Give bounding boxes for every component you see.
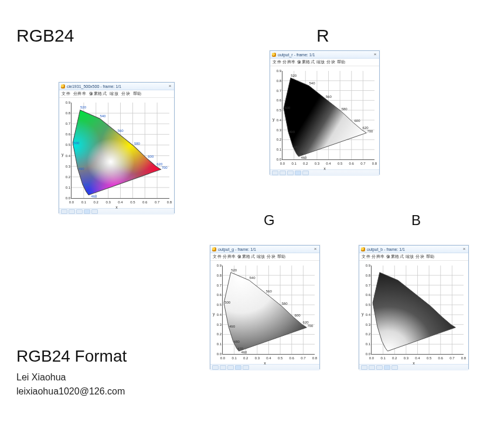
wl-500: 500 (73, 141, 79, 145)
wl-560: 560 (117, 129, 123, 132)
menu-block[interactable]: 分块 (326, 60, 335, 64)
ytick: 0.8 (274, 79, 281, 83)
menu-pixfmt[interactable]: 像素格式 (386, 254, 404, 258)
ytick: 0.8 (214, 274, 222, 277)
status-chip[interactable] (69, 209, 75, 214)
app-icon (361, 247, 365, 251)
titlebar[interactable]: output_r - frame: 1/1 × (270, 51, 379, 59)
status-chip[interactable] (220, 365, 226, 370)
ytick: 0.3 (63, 165, 70, 168)
status-chip[interactable] (91, 209, 98, 214)
cie-plot-color: 460 470 480 490 500 520 540 560 580 600 … (62, 100, 172, 208)
menu-pixfmt[interactable]: 像素格式 (237, 254, 255, 258)
status-chip[interactable] (280, 171, 286, 175)
ytick: 0.9 (274, 69, 281, 73)
ytick: 0.0 (274, 158, 281, 161)
window-b-channel: output_b - frame: 1/1× 文件 分辨率 像素格式 缩放 分块… (359, 245, 469, 369)
label-r: R (316, 26, 329, 46)
ytick: 0.9 (363, 264, 370, 267)
xtick: 0.3 (105, 200, 110, 204)
menubar[interactable]: 文件 分辨率 像素格式 缩放 分块 帮助 (359, 253, 468, 261)
menu-res[interactable]: 分辨率 (223, 254, 236, 258)
menu-file[interactable]: 文件 (362, 254, 370, 258)
status-chip[interactable] (272, 171, 278, 175)
xtick: 0.2 (243, 356, 248, 360)
xtick: 0.3 (404, 356, 408, 360)
xtick: 0.6 (290, 356, 294, 360)
wl: 480 (294, 145, 299, 149)
wl: 540 (250, 276, 256, 280)
xtick: 0.4 (415, 356, 420, 360)
titlebar[interactable]: output_g - frame: 1/1× (210, 246, 319, 253)
wl: 470 (297, 152, 303, 156)
status-chip[interactable] (384, 365, 390, 370)
close-icon[interactable]: × (373, 52, 377, 57)
menu-res[interactable]: 分辨率 (372, 254, 385, 258)
status-chip[interactable] (287, 171, 294, 175)
status-chip[interactable] (361, 365, 367, 370)
menu-zoom[interactable]: 缩放 (110, 91, 118, 96)
close-icon[interactable]: × (168, 84, 172, 89)
status-chip[interactable] (61, 209, 67, 214)
menubar[interactable]: 文件 分辨率 像素格式 缩放 分块 帮助 (270, 59, 379, 66)
menu-block[interactable]: 分块 (267, 254, 275, 258)
status-chip[interactable] (227, 365, 234, 370)
menu-file[interactable]: 文件 (273, 60, 281, 64)
status-chip[interactable] (369, 365, 375, 370)
xtick: 0.2 (392, 356, 397, 360)
status-chip[interactable] (376, 365, 383, 370)
xtick: 0.6 (438, 356, 443, 360)
ytick: 0.5 (274, 108, 281, 112)
ytick: 0.4 (274, 118, 281, 122)
status-chip[interactable] (243, 365, 249, 370)
x-axis-label: x (115, 205, 118, 209)
status-chip[interactable] (76, 209, 83, 214)
wl: 600 (294, 314, 300, 317)
ytick: 0.7 (274, 89, 281, 93)
window-title: output_r - frame: 1/1 (278, 53, 315, 57)
wl: 560 (326, 95, 332, 98)
label-b: B (411, 212, 421, 229)
x-axis-label: x (264, 361, 266, 365)
menu-file[interactable]: 文件 (213, 254, 222, 258)
xtick: 0.1 (291, 162, 296, 165)
menu-block[interactable]: 分块 (416, 254, 424, 258)
status-chip[interactable] (295, 171, 301, 175)
menu-help[interactable]: 帮助 (133, 91, 142, 96)
titlebar[interactable]: output_b - frame: 1/1× (359, 246, 468, 253)
menu-zoom[interactable]: 缩放 (316, 60, 325, 64)
status-chip[interactable] (235, 365, 241, 370)
menu-pixfmt[interactable]: 像素格式 (89, 91, 107, 96)
menu-block[interactable]: 分块 (121, 91, 130, 96)
menu-res[interactable]: 分辨率 (282, 60, 296, 64)
wl-540: 540 (100, 114, 105, 118)
status-chip[interactable] (84, 209, 90, 214)
close-icon[interactable]: × (313, 247, 318, 251)
ytick: 0.1 (274, 148, 281, 151)
menu-res[interactable]: 分辨率 (73, 91, 87, 96)
menu-file[interactable]: 文件 (62, 91, 70, 96)
axes: 460 470 480 490 500 520 540 560 580 600 … (71, 103, 169, 199)
menu-zoom[interactable]: 缩放 (257, 254, 265, 258)
wl: 500 (284, 106, 290, 110)
menubar[interactable]: 文件 分辨率 像素格式 缩放 分块 帮助 (59, 90, 174, 98)
menu-pixfmt[interactable]: 像素格式 (297, 60, 315, 64)
xtick: 0.1 (380, 356, 385, 360)
axes: 460 470 480 490 500 520 540 560 580 600 … (282, 71, 374, 160)
menu-help[interactable]: 帮助 (426, 254, 435, 258)
x-axis-label: x (323, 166, 326, 171)
menu-zoom[interactable]: 缩放 (406, 254, 414, 258)
menu-help[interactable]: 帮助 (337, 60, 346, 64)
xtick: 0.4 (266, 356, 271, 360)
window-title: output_g - frame: 1/1 (218, 247, 256, 251)
titlebar[interactable]: cie1931_500x500 - frame: 1/1 × (59, 83, 174, 90)
status-chip[interactable] (302, 171, 309, 175)
xtick: 0.2 (94, 200, 98, 204)
status-chip[interactable] (212, 365, 219, 370)
xtick: 0.7 (449, 356, 454, 360)
menubar[interactable]: 文件 分辨率 像素格式 缩放 分块 帮助 (210, 253, 319, 261)
menu-help[interactable]: 帮助 (277, 254, 286, 258)
status-chip[interactable] (391, 365, 398, 370)
wl: 600 (354, 119, 360, 122)
close-icon[interactable]: × (462, 247, 466, 251)
